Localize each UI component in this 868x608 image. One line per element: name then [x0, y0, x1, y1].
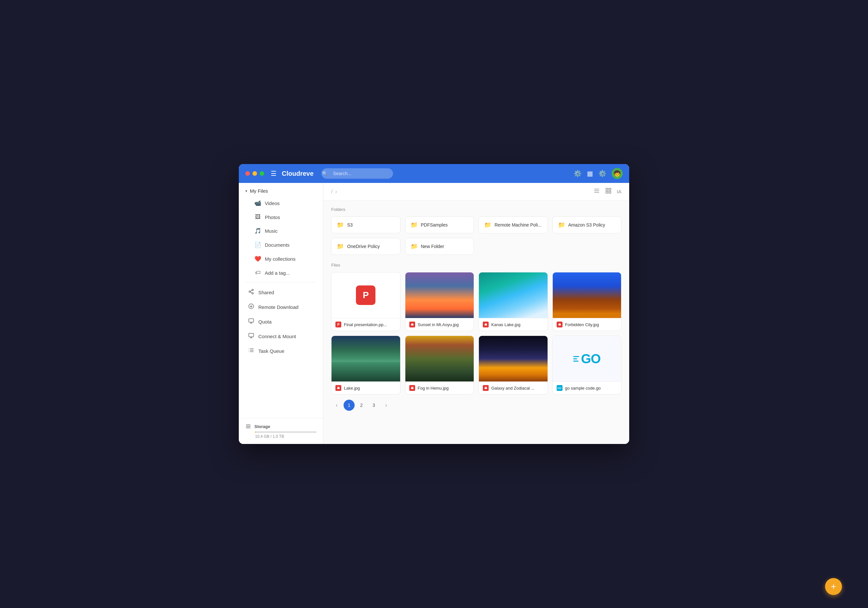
- file-type-icon-img: 🏔: [335, 385, 341, 391]
- my-files-label: My Files: [250, 188, 268, 194]
- sidebar-item-remote-download[interactable]: Remote Download: [242, 300, 321, 314]
- file-type-icon-img: 🏔: [556, 321, 563, 327]
- file-thumbnail-kanas: [479, 273, 547, 318]
- maximize-button[interactable]: [260, 171, 264, 176]
- folder-icon: 📁: [411, 221, 418, 228]
- svg-line-4: [250, 290, 252, 291]
- file-info-presentation: P Final presentation.pp...: [332, 318, 400, 331]
- file-info-hemu: 🏔 Fog in Hemu.jpg: [405, 382, 474, 394]
- sidebar-item-label: Quota: [258, 319, 272, 324]
- sidebar-item-label: Add a tag...: [265, 270, 290, 276]
- sidebar-item-label: Shared: [258, 290, 274, 295]
- sidebar-item-label: My collections: [265, 256, 295, 262]
- sidebar-item-music[interactable]: 🎵 Music: [242, 224, 321, 237]
- chevron-down-icon: ▾: [245, 189, 247, 193]
- app-window: ☰ Cloudreve 🔍 ⚙️ ▦ ⚙️ 🧒 ▾ My Files 📹 Vid…: [239, 164, 629, 444]
- folder-icon: 📁: [411, 243, 418, 250]
- settings-icon[interactable]: ⚙️: [598, 169, 606, 177]
- sidebar-item-task-queue[interactable]: Task Queue: [242, 344, 321, 358]
- grid-icon[interactable]: ▦: [587, 169, 593, 177]
- go-text: GO: [581, 352, 601, 366]
- my-files-header[interactable]: ▾ My Files: [239, 183, 323, 196]
- titlebar: ☰ Cloudreve 🔍 ⚙️ ▦ ⚙️ 🧒: [239, 164, 629, 183]
- sidebar-item-photos[interactable]: 🖼 Photos: [242, 211, 321, 223]
- file-type-icon-img: 🏔: [409, 321, 415, 327]
- file-name: Galaxy and Zodiacal ...: [491, 386, 535, 391]
- file-name: Kanas Lake.jpg: [491, 322, 521, 327]
- folder-card-pdfsamples[interactable]: 📁 PDFSamples: [405, 216, 474, 233]
- file-card-galaxy[interactable]: 🏔 Galaxy and Zodiacal ...: [479, 335, 548, 394]
- file-card-lake[interactable]: 🏔 Lake.jpg: [331, 335, 400, 394]
- sidebar-item-videos[interactable]: 📹 Videos: [242, 197, 321, 210]
- file-info-go: GO go sample code.go: [553, 382, 622, 394]
- file-card-presentation[interactable]: P P Final presentation.pp...: [331, 272, 400, 331]
- traffic-lights: [245, 171, 264, 176]
- folder-icon: 📁: [337, 221, 344, 228]
- page-3-button[interactable]: 3: [368, 400, 379, 411]
- svg-rect-28: [609, 191, 611, 193]
- sidebar-footer: Storage 10.4 GB / 1.0 TB: [239, 418, 323, 444]
- prev-page-button[interactable]: ‹: [331, 400, 342, 411]
- file-card-forbidden[interactable]: 🏔 Forbidden City.jpg: [552, 272, 622, 331]
- next-page-button[interactable]: ›: [381, 400, 392, 411]
- sort-icon[interactable]: IA: [617, 189, 622, 194]
- folder-name: New Folder: [421, 244, 445, 249]
- folder-card-remote-machine[interactable]: 📁 Remote Machine Poli...: [479, 216, 548, 233]
- sidebar-item-label: Connect & Mount: [258, 333, 296, 339]
- go-logo: GO: [573, 352, 601, 366]
- file-card-kanas[interactable]: 🏔 Kanas Lake.jpg: [479, 272, 548, 331]
- video-icon: 📹: [254, 200, 261, 207]
- fab-add-button[interactable]: +: [825, 578, 842, 595]
- files-grid: P P Final presentation.pp... 🏔: [331, 272, 622, 394]
- folder-name: OneDrive Policy: [347, 244, 380, 249]
- folder-icon: 📁: [484, 221, 491, 228]
- sidebar-item-connect-mount[interactable]: Connect & Mount: [242, 329, 321, 343]
- folder-card-amazon-s3[interactable]: 📁 Amazon S3 Policy: [552, 216, 622, 233]
- file-card-sunset[interactable]: 🏔 Sunset in Mt.Aoyu.jpg: [405, 272, 474, 331]
- page-2-button[interactable]: 2: [356, 400, 367, 411]
- svg-rect-7: [249, 319, 254, 322]
- close-button[interactable]: [245, 171, 250, 176]
- file-name: Fog in Hemu.jpg: [418, 386, 449, 391]
- music-icon: 🎵: [254, 228, 261, 234]
- storage-label: Storage: [245, 423, 316, 429]
- file-info-galaxy: 🏔 Galaxy and Zodiacal ...: [479, 382, 547, 394]
- shield-settings-icon[interactable]: ⚙️: [574, 169, 582, 177]
- folder-card-new-folder[interactable]: 📁 New Folder: [405, 238, 474, 255]
- folder-icon: 📁: [337, 243, 344, 250]
- heart-icon: ❤️: [254, 256, 261, 262]
- folder-name: Amazon S3 Policy: [568, 222, 606, 228]
- sidebar-item-collections[interactable]: ❤️ My collections: [242, 252, 321, 265]
- sidebar-item-tag[interactable]: 🏷 Add a tag...: [242, 266, 321, 279]
- sidebar-item-quota[interactable]: Quota: [242, 315, 321, 329]
- breadcrumb-chevron-icon[interactable]: ›: [335, 189, 337, 195]
- photo-icon: 🖼: [254, 214, 261, 220]
- folder-card-s3[interactable]: 📁 S3: [331, 216, 400, 233]
- content-area: / › IA Folders: [323, 183, 629, 444]
- file-info-forbidden: 🏔 Forbidden City.jpg: [553, 318, 622, 331]
- page-1-button[interactable]: 1: [344, 400, 355, 411]
- sidebar-item-documents[interactable]: 📄 Documents: [242, 238, 321, 251]
- main-layout: ▾ My Files 📹 Videos 🖼 Photos 🎵 Music 📄 D…: [239, 183, 629, 444]
- sidebar-item-label: Videos: [265, 200, 280, 206]
- avatar[interactable]: 🧒: [612, 168, 623, 179]
- file-card-hemu[interactable]: 🏔 Fog in Hemu.jpg: [405, 335, 474, 394]
- share-view-icon[interactable]: [605, 188, 612, 195]
- file-type-icon-go: GO: [556, 385, 563, 391]
- file-name: Sunset in Mt.Aoyu.jpg: [418, 322, 459, 327]
- search-wrapper: 🔍: [319, 168, 393, 179]
- list-view-icon[interactable]: [594, 188, 600, 195]
- folder-card-onedrive[interactable]: 📁 OneDrive Policy: [331, 238, 400, 255]
- sidebar-item-shared[interactable]: Shared: [242, 285, 321, 299]
- folder-name: Remote Machine Poli...: [494, 222, 542, 228]
- svg-rect-25: [606, 188, 608, 191]
- hamburger-icon[interactable]: ☰: [271, 169, 276, 177]
- sidebar-item-label: Documents: [265, 242, 290, 248]
- storage-bar-fill: [255, 431, 256, 433]
- file-thumbnail-forbidden: [553, 273, 622, 318]
- svg-rect-26: [609, 188, 611, 191]
- search-input[interactable]: [321, 168, 393, 179]
- minimize-button[interactable]: [253, 171, 257, 176]
- svg-line-3: [250, 292, 252, 293]
- file-card-go[interactable]: GO GO go sample code.go: [552, 335, 622, 394]
